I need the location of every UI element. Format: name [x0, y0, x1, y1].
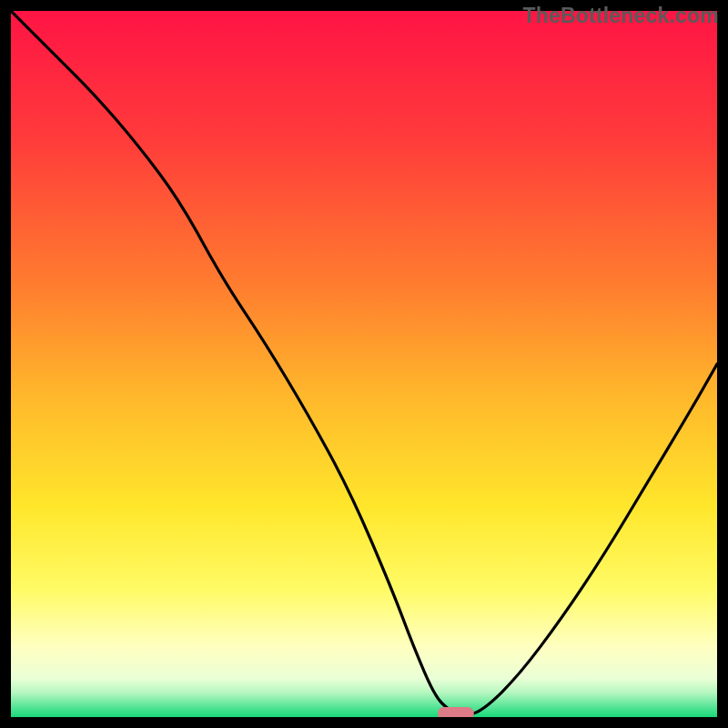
- watermark-text: TheBottleneck.com: [522, 4, 719, 28]
- gradient-background: [11, 11, 717, 717]
- bottleneck-chart: [11, 11, 717, 717]
- chart-frame: TheBottleneck.com: [0, 0, 728, 728]
- optimal-marker: [438, 707, 474, 717]
